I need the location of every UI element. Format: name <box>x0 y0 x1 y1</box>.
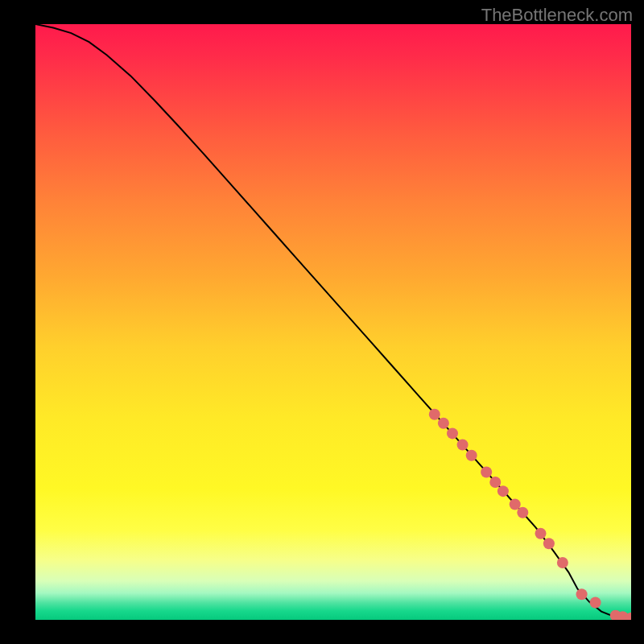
data-marker <box>457 439 469 450</box>
data-marker <box>590 597 601 609</box>
data-marker <box>466 450 477 461</box>
data-marker <box>438 418 449 429</box>
chart-frame: TheBottleneck.com <box>0 0 644 644</box>
data-marker <box>489 477 501 488</box>
watermark-text: TheBottleneck.com <box>481 5 633 26</box>
plot-area <box>35 24 631 620</box>
data-marker <box>535 528 547 539</box>
data-marker <box>576 588 588 600</box>
data-marker <box>557 557 568 568</box>
data-marker <box>497 485 509 497</box>
data-marker <box>481 466 492 477</box>
data-marker <box>429 409 440 420</box>
data-marker <box>447 427 458 439</box>
data-marker <box>543 538 555 549</box>
data-marker <box>517 507 528 518</box>
data-marker <box>510 498 521 510</box>
plot-svg <box>35 24 631 620</box>
